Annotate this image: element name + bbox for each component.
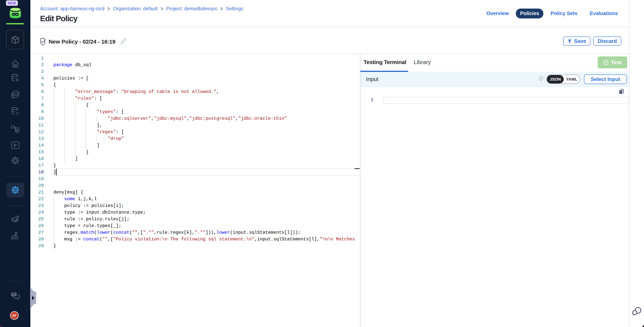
svg-text:</>: </> [539, 77, 543, 80]
svg-text:?: ? [13, 292, 15, 296]
